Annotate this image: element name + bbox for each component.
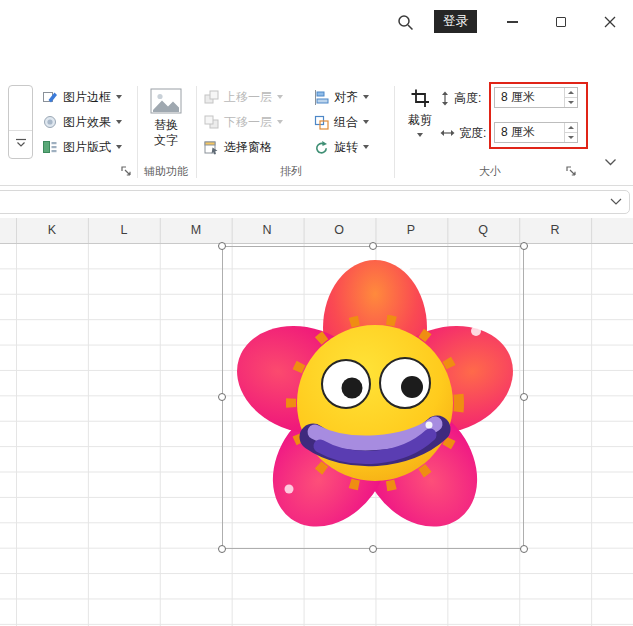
close-icon — [604, 16, 616, 28]
height-icon — [440, 91, 450, 106]
send-backward-label: 下移一层 — [224, 114, 272, 131]
right-pupil — [401, 376, 423, 398]
group-label-arrange: 排列 — [241, 164, 341, 179]
group-label-accessibility: 辅助功能 — [116, 164, 216, 179]
selection-handle-top-right[interactable] — [520, 242, 528, 250]
width-input[interactable] — [495, 123, 564, 142]
width-spinner-up[interactable] — [565, 123, 577, 133]
alt-text-label-line2: 文字 — [154, 133, 178, 148]
rotate-button[interactable]: 旋转 — [314, 137, 369, 157]
rotate-label: 旋转 — [334, 139, 358, 156]
login-button[interactable]: 登录 — [434, 10, 477, 33]
flower-image[interactable] — [225, 245, 525, 553]
column-header-o[interactable]: O — [303, 218, 375, 243]
picture-layout-icon — [42, 139, 58, 155]
height-spinner — [564, 88, 577, 107]
align-label: 对齐 — [334, 89, 358, 106]
width-field — [494, 122, 578, 143]
group-objects-button[interactable]: 组合 — [314, 112, 369, 132]
selection-handle-middle-right[interactable] — [520, 393, 528, 401]
alt-text-label-line1: 替换 — [154, 118, 178, 133]
spin-down-icon — [568, 101, 574, 104]
height-spinner-up[interactable] — [565, 88, 577, 98]
send-backward-button: 下移一层 — [204, 112, 283, 132]
crop-icon — [411, 89, 430, 108]
selection-pane-button[interactable]: 选择窗格 — [204, 137, 272, 157]
picture-effects-label: 图片效果 — [63, 114, 111, 131]
titlebar: 登录 — [0, 0, 633, 38]
crop-button[interactable]: 裁剪 — [401, 85, 439, 137]
formula-bar[interactable] — [0, 187, 633, 218]
excel-window: 登录 共享 图片边框 图片效果 — [0, 0, 633, 626]
group-objects-icon — [314, 115, 329, 130]
column-header-r[interactable]: R — [519, 218, 591, 243]
chevron-down-icon — [277, 120, 283, 124]
alt-text-button[interactable]: 替换 文字 — [141, 85, 191, 148]
bring-forward-icon — [204, 90, 219, 105]
chevron-down-icon — [277, 95, 283, 99]
group-label-size: 大小 — [440, 164, 540, 179]
selection-handle-bottom-right[interactable] — [520, 545, 528, 553]
minimize-button[interactable] — [497, 9, 527, 35]
height-input[interactable] — [495, 88, 564, 107]
crop-label: 裁剪 — [408, 112, 432, 129]
height-row: 高度: — [440, 88, 481, 108]
gallery-more-icon[interactable] — [15, 138, 27, 149]
column-header-l[interactable]: L — [88, 218, 160, 243]
picture-border-label: 图片边框 — [63, 89, 111, 106]
selection-handle-bottom-center[interactable] — [369, 545, 377, 553]
selection-handle-middle-left[interactable] — [218, 393, 226, 401]
column-header-p[interactable]: P — [375, 218, 447, 243]
width-row: 宽度: — [440, 123, 486, 143]
picture-border-icon — [42, 89, 58, 105]
selection-handle-top-left[interactable] — [218, 242, 226, 250]
column-header-m[interactable]: M — [160, 218, 232, 243]
maximize-icon — [556, 17, 566, 27]
column-header-k[interactable]: K — [16, 218, 88, 243]
chevron-down-icon — [116, 120, 122, 124]
picture-layout-button[interactable]: 图片版式 — [42, 137, 122, 157]
chevron-down-icon — [363, 95, 369, 99]
bring-forward-button: 上移一层 — [204, 87, 283, 107]
group-objects-label: 组合 — [334, 114, 358, 131]
column-headers: K L M N O P Q R — [0, 218, 633, 244]
selection-pane-icon — [204, 140, 219, 155]
column-header-q[interactable]: Q — [447, 218, 519, 243]
close-button[interactable] — [595, 9, 625, 35]
picture-style-gallery[interactable] — [8, 85, 33, 159]
picture-effects-button[interactable]: 图片效果 — [42, 112, 122, 132]
search-icon[interactable] — [390, 9, 420, 35]
chevron-down-icon — [363, 145, 369, 149]
spin-down-icon — [568, 136, 574, 139]
maximize-button[interactable] — [546, 9, 576, 35]
align-icon — [314, 90, 329, 105]
ribbon-picture-format: 图片边框 图片效果 图片版式 替换 文字 辅助功能 上移一层 — [0, 80, 633, 186]
selection-pane-label: 选择窗格 — [224, 139, 272, 156]
bring-forward-label: 上移一层 — [224, 89, 272, 106]
alt-text-icon — [150, 88, 182, 114]
selection-handle-bottom-left[interactable] — [218, 545, 226, 553]
group-separator — [196, 86, 197, 178]
height-label: 高度: — [454, 90, 481, 107]
chevron-down-icon — [116, 145, 122, 149]
selection-handle-top-center[interactable] — [369, 242, 377, 250]
width-spinner — [564, 123, 577, 142]
left-pupil — [342, 378, 363, 399]
width-spinner-down[interactable] — [565, 133, 577, 142]
formula-bar-input[interactable] — [0, 190, 630, 214]
spin-up-icon — [568, 126, 574, 129]
size-dialog-launcher[interactable] — [566, 166, 578, 178]
align-button[interactable]: 对齐 — [314, 87, 369, 107]
spin-up-icon — [568, 91, 574, 94]
height-spinner-down[interactable] — [565, 98, 577, 107]
minimize-icon — [507, 21, 518, 23]
width-label: 宽度: — [459, 125, 486, 142]
column-header-n[interactable]: N — [231, 218, 303, 243]
chevron-down-icon — [417, 133, 423, 137]
picture-border-button[interactable]: 图片边框 — [42, 87, 122, 107]
rotate-icon — [314, 140, 329, 155]
formula-bar-expand-button[interactable] — [610, 198, 622, 206]
ribbon-tab-row: 共享 — [0, 38, 633, 80]
collapse-ribbon-button[interactable] — [604, 158, 617, 167]
height-field — [494, 87, 578, 108]
